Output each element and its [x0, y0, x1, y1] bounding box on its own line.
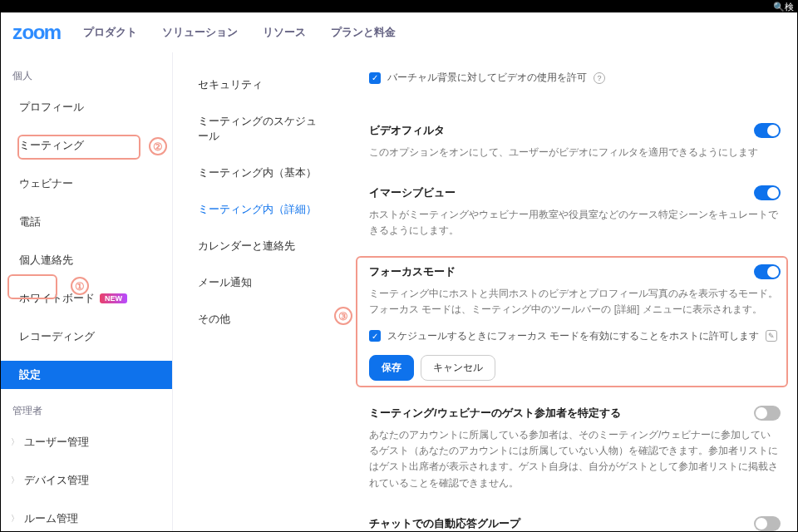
sidebar-item-whiteboard[interactable]: ホワイトボード NEW	[1, 284, 172, 313]
setting-guest-identify: ミーティング/ウェビナーのゲスト参加者を特定する あなたのアカウントに所属してい…	[369, 406, 781, 491]
setting-title: イマーシブビュー	[369, 185, 781, 200]
setting-desc: あなたのアカウントに所属している参加者は、そのミーティング/ウェビナーに参加して…	[369, 427, 781, 491]
sidebar-item-user-mgmt[interactable]: 〉ユーザー管理	[1, 428, 172, 456]
header: zoom プロダクト ソリューション リソース プランと料金	[1, 12, 797, 52]
toggle-auto-answer[interactable]	[754, 516, 781, 531]
toggle-immersive-view[interactable]	[754, 185, 781, 200]
setting-desc: ホストがミーティングやウェビナー用教室や役員室などのケース特定シーンをキュレート…	[369, 207, 781, 239]
cancel-button[interactable]: キャンセル	[421, 355, 495, 381]
sidebar-item-recording[interactable]: レコーディング	[1, 323, 172, 351]
toggle-focus-mode[interactable]	[754, 264, 781, 279]
sidebar-item-settings[interactable]: 設定	[1, 361, 172, 389]
settings-subnav: セキュリティ ミーティングのスケジュール ミーティング内（基本） ミーティング内…	[173, 52, 331, 532]
chevron-right-icon: 〉	[11, 475, 19, 486]
save-button[interactable]: 保存	[369, 355, 414, 381]
checkbox-icon[interactable]: ✓	[369, 330, 381, 342]
setting-desc: ミーティング中にホストと共同ホストのビデオとプロフィール写真のみを表示するモード…	[369, 286, 781, 318]
topnav-resources[interactable]: リソース	[263, 25, 306, 40]
sidebar-item-room-mgmt[interactable]: 〉ルーム管理	[1, 505, 172, 532]
sidebar: 個人 プロフィール ミーティング ウェビナー 電話 個人連絡先 ホワイトボード …	[1, 52, 173, 532]
settings-content: ✓ バーチャル背景に対してビデオの使用を許可 ? ビデオフィルタ このオプション…	[331, 52, 797, 532]
setting-desc: このオプションをオンにして、ユーザーがビデオにフィルタを適用できるようにします	[369, 145, 781, 160]
sidebar-item-meeting[interactable]: ミーティング	[1, 131, 172, 160]
sidebar-item-profile[interactable]: プロフィール	[1, 93, 172, 121]
sidebar-item-webinar[interactable]: ウェビナー	[1, 170, 172, 198]
sidebar-section-personal: 個人	[1, 64, 172, 93]
sidebar-item-contacts[interactable]: 個人連絡先	[1, 246, 172, 274]
setting-auto-answer: チャットでの自動応答グループ 「自動回答グループ」に他の人を追加することをユーザ…	[369, 516, 781, 532]
main-area: 個人 プロフィール ミーティング ウェビナー 電話 個人連絡先 ホワイトボード …	[1, 52, 797, 532]
setting-label: バーチャル背景に対してビデオの使用を許可	[387, 71, 587, 85]
topnav-solution[interactable]: ソリューション	[162, 25, 238, 40]
search-icon[interactable]: 🔍	[773, 2, 785, 12]
setting-focus-mode: フォーカスモード ミーティング中にホストと共同ホストのビデオとプロフィール写真の…	[369, 264, 781, 381]
toggle-guest-identify[interactable]	[754, 406, 781, 421]
checkbox-icon[interactable]: ✓	[369, 72, 381, 84]
subnav-in-meeting-advanced[interactable]: ミーティング内（詳細）	[195, 195, 323, 224]
modified-icon[interactable]: ✎	[766, 330, 777, 342]
topbar: 🔍 検	[1, 1, 797, 12]
help-icon[interactable]: ?	[594, 72, 605, 84]
setting-virtual-bg-video: ✓ バーチャル背景に対してビデオの使用を許可 ?	[369, 71, 781, 85]
subnav-other[interactable]: その他	[195, 305, 323, 333]
topnav-product[interactable]: プロダクト	[83, 25, 137, 40]
chevron-right-icon: 〉	[11, 513, 19, 525]
setting-title: フォーカスモード	[369, 264, 781, 279]
setting-title: ミーティング/ウェビナーのゲスト参加者を特定する	[369, 406, 781, 421]
subnav-schedule[interactable]: ミーティングのスケジュール	[195, 107, 323, 150]
setting-video-filter: ビデオフィルタ このオプションをオンにして、ユーザーがビデオにフィルタを適用でき…	[369, 123, 781, 160]
topnav-plans[interactable]: プランと料金	[331, 25, 396, 40]
search-label: 検	[785, 1, 794, 13]
annotation-number-3: ③	[334, 307, 352, 325]
setting-title: チャットでの自動応答グループ	[369, 516, 781, 531]
sidebar-item-phone[interactable]: 電話	[1, 208, 172, 236]
subnav-security[interactable]: セキュリティ	[195, 71, 323, 99]
sidebar-item-device-mgmt[interactable]: 〉デバイス管理	[1, 466, 172, 495]
focus-checkbox-label: スケジュールするときにフォーカス モードを有効にすることをホストに許可します	[387, 329, 759, 343]
zoom-logo[interactable]: zoom	[12, 21, 62, 44]
top-nav: プロダクト ソリューション リソース プランと料金	[83, 25, 396, 40]
sidebar-section-admin: 管理者	[1, 399, 172, 428]
subnav-calendar[interactable]: カレンダーと連絡先	[195, 232, 323, 260]
subnav-mail[interactable]: メール通知	[195, 268, 323, 297]
setting-title: ビデオフィルタ	[369, 123, 781, 138]
subnav-in-meeting-basic[interactable]: ミーティング内（基本）	[195, 159, 323, 187]
setting-immersive-view: イマーシブビュー ホストがミーティングやウェビナー用教室や役員室などのケース特定…	[369, 185, 781, 239]
chevron-right-icon: 〉	[11, 436, 19, 448]
toggle-video-filter[interactable]	[754, 123, 781, 138]
new-badge: NEW	[100, 293, 127, 303]
